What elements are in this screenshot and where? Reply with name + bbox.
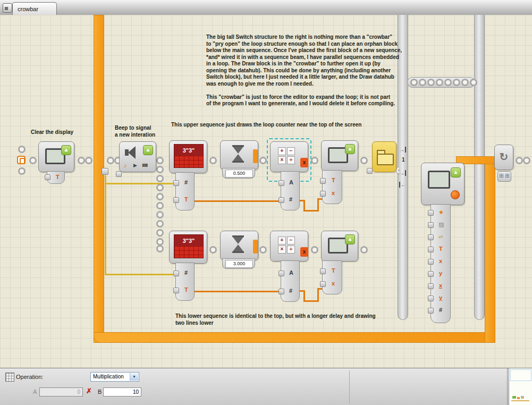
file-block-terminal[interactable]	[367, 168, 373, 174]
switch-tab-out-icon[interactable]: ←	[399, 182, 406, 188]
wait-block-lower[interactable]	[220, 231, 258, 260]
plug-T-icon[interactable]: T	[332, 267, 335, 274]
switch-beam-right[interactable]	[474, 15, 485, 320]
number-to-text-upper-datahub[interactable]: # T	[175, 172, 195, 210]
display-block-upper[interactable]: ▲	[321, 140, 358, 171]
loop-frame-right[interactable]	[485, 162, 495, 343]
wait-upper-value-plate[interactable]: 0.500	[222, 168, 255, 179]
math-block-lower[interactable]: + − × ÷ x	[270, 231, 308, 261]
plug-terminal[interactable]	[173, 197, 179, 203]
action-badge-icon: ▲	[451, 167, 461, 178]
loop-end-mini-hub[interactable]: ⊞ ⊞	[497, 171, 511, 182]
operation-dropdown[interactable]: Multiplication ▼	[90, 372, 139, 382]
plug-terminal[interactable]	[173, 180, 179, 186]
file-block[interactable]	[372, 141, 396, 172]
red-grid-icon	[174, 246, 204, 258]
display-upper-datahub[interactable]: T x	[322, 170, 342, 204]
plug-terminal[interactable]	[320, 178, 326, 184]
sequence-beam-hole	[209, 157, 217, 164]
draw-block[interactable]: ▲	[421, 163, 465, 205]
plug-terminal[interactable]	[278, 289, 284, 294]
plug-end-x-icon[interactable]: x	[439, 282, 442, 289]
math-block-upper[interactable]: + − × ÷ x	[270, 141, 308, 172]
loop-counter-terminal[interactable]	[102, 168, 108, 175]
chevron-down-icon[interactable]: ▼	[130, 373, 138, 381]
plug-number-icon[interactable]: #	[184, 179, 188, 185]
mini-plug-icon[interactable]: ⊞	[499, 173, 503, 179]
plug-terminal[interactable]	[278, 271, 284, 276]
display-block-clear[interactable]: ▲	[38, 141, 74, 172]
plug-terminal[interactable]	[320, 191, 326, 197]
plug-terminal[interactable]	[320, 281, 326, 287]
loop-frame-bottom[interactable]	[94, 332, 495, 343]
plug-T-icon[interactable]: T	[184, 196, 188, 203]
plug-file-icon[interactable]: ▱	[438, 233, 443, 240]
plug-terminal[interactable]	[428, 296, 434, 301]
plug-x-icon[interactable]: x	[332, 190, 335, 196]
plug-T-icon[interactable]: T	[332, 177, 335, 183]
a-value-input[interactable]	[39, 387, 83, 396]
loop-end-block[interactable]: ↻	[494, 145, 513, 170]
plug-number-icon[interactable]: #	[184, 269, 188, 276]
math-upper-datahub[interactable]: A #	[281, 171, 300, 210]
plug-terminal[interactable]	[428, 234, 434, 240]
draw-block-datahub[interactable]: ★ ▨ ▱ T x y x y #	[430, 204, 451, 323]
data-wire-yellow	[105, 274, 179, 275]
sequence-beam-hole	[29, 157, 37, 164]
plug-number-icon[interactable]: #	[289, 196, 292, 203]
minimap[interactable]	[509, 368, 532, 405]
plug-y-icon[interactable]: y	[439, 270, 442, 276]
data-wire-yellow	[105, 183, 179, 184]
plug-terminal[interactable]	[428, 308, 434, 314]
display-clear-datahub[interactable]: T	[47, 171, 65, 184]
plug-number-icon[interactable]: #	[289, 288, 292, 294]
plug-clear-icon[interactable]: ▨	[438, 221, 444, 228]
plug-A-icon[interactable]: A	[289, 269, 293, 276]
program-canvas[interactable]: → 1 ‹ → ←	[0, 15, 532, 368]
loop-frame-left[interactable]	[94, 15, 104, 343]
switch-tab-in-icon[interactable]: →	[399, 170, 406, 176]
tab-crowbar[interactable]: crowbar	[12, 2, 57, 15]
plug-terminal[interactable]	[173, 288, 179, 293]
plug-display-icon[interactable]: ★	[438, 209, 444, 216]
math-lower-datahub[interactable]: A #	[281, 260, 300, 302]
number-to-text-lower-datahub[interactable]: # T	[175, 263, 195, 301]
number-to-text-block-lower[interactable]: 3"3"	[169, 231, 207, 264]
sound-hub-terminal[interactable]	[116, 171, 122, 177]
minus-icon: −	[287, 147, 295, 155]
b-value-input[interactable]	[103, 387, 141, 396]
math-out-tab[interactable]: x	[300, 158, 308, 167]
plug-terminal[interactable]	[278, 197, 284, 203]
plug-terminal[interactable]	[428, 222, 434, 228]
minimap-viewport	[510, 369, 531, 381]
plug-T-icon[interactable]: T	[56, 174, 60, 180]
plug-terminal[interactable]	[428, 271, 434, 277]
program-start-button[interactable]	[17, 156, 26, 164]
plug-terminal[interactable]	[428, 259, 434, 265]
mini-plug-icon[interactable]: ⊞	[505, 173, 509, 179]
plug-x-icon[interactable]: x	[332, 280, 335, 286]
plug-terminal[interactable]	[320, 268, 326, 274]
plug-terminal[interactable]	[428, 210, 434, 216]
wait-lower-value-plate[interactable]: 3.000	[222, 258, 255, 269]
plug-x-icon[interactable]: x	[439, 258, 442, 264]
display-block-lower[interactable]: ▲	[321, 231, 358, 261]
number-to-text-block-upper[interactable]: 3"3"	[169, 140, 207, 173]
wait-block-upper[interactable]	[220, 140, 258, 170]
comment-clear-display: Clear the display	[31, 129, 73, 136]
plug-terminal[interactable]	[278, 180, 284, 186]
plug-number-icon[interactable]: #	[439, 307, 442, 313]
plug-end-y-icon[interactable]: y	[439, 294, 442, 301]
plug-terminal[interactable]	[45, 174, 50, 180]
window-icon[interactable]	[3, 3, 12, 13]
plug-terminal[interactable]	[173, 271, 179, 276]
math-out-tab[interactable]: x	[300, 247, 308, 257]
sound-block[interactable]: ▲ ♪ ▶ ▮▮▮	[119, 141, 156, 172]
sequence-beam-hole	[311, 157, 318, 164]
plug-T-icon[interactable]: T	[439, 246, 443, 252]
display-lower-datahub[interactable]: T x	[322, 260, 342, 294]
plug-A-icon[interactable]: A	[289, 179, 293, 185]
plug-T-icon[interactable]: T	[184, 286, 188, 293]
plug-terminal[interactable]	[428, 247, 434, 252]
plug-terminal[interactable]	[428, 283, 434, 289]
